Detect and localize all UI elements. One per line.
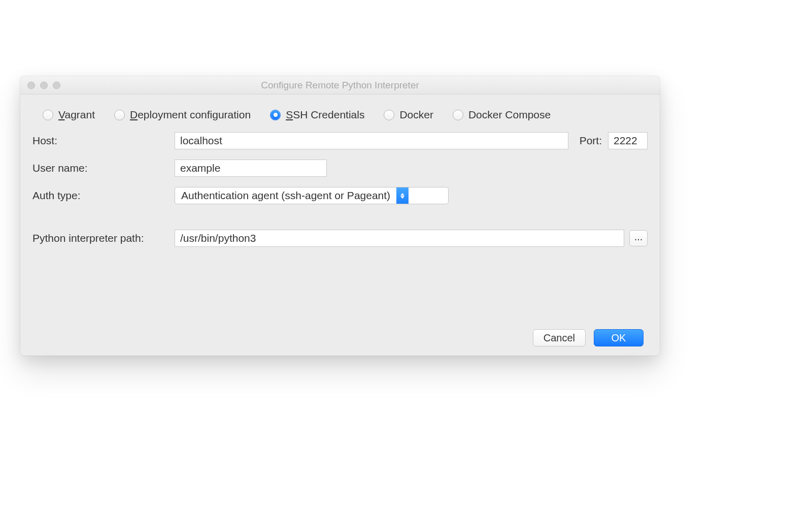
ssh-form: Host: Port: User name: Auth type: Authen… — [32, 132, 648, 247]
radio-vagrant[interactable]: Vagrant — [43, 109, 95, 121]
auth-type-select[interactable]: Authentication agent (ssh-agent or Pagea… — [175, 187, 449, 204]
radio-docker-compose[interactable]: Docker Compose — [453, 109, 551, 121]
radio-deployment[interactable]: Deployment configuration — [114, 109, 251, 121]
dialog-footer: Cancel OK — [32, 321, 648, 356]
auth-type-row: Authentication agent (ssh-agent or Pagea… — [175, 187, 648, 204]
interpreter-path-input[interactable] — [175, 230, 624, 247]
auth-type-value: Authentication agent (ssh-agent or Pagea… — [175, 189, 396, 202]
interpreter-path-row: ... — [175, 230, 648, 247]
dialog-window: Configure Remote Python Interpreter Vagr… — [20, 76, 660, 356]
titlebar: Configure Remote Python Interpreter — [20, 76, 660, 94]
chevrons-up-down-icon — [396, 187, 409, 204]
username-row — [175, 160, 648, 177]
radio-icon — [43, 110, 53, 120]
auth-type-label: Auth type: — [32, 189, 175, 202]
radio-icon — [114, 110, 125, 120]
radio-icon — [270, 110, 281, 120]
port-input[interactable] — [608, 132, 648, 149]
radio-ssh-credentials[interactable]: SSH Credentials — [270, 109, 364, 121]
radio-icon — [384, 110, 394, 120]
host-input[interactable] — [175, 132, 568, 149]
username-input[interactable] — [175, 160, 327, 177]
zoom-icon[interactable] — [53, 81, 60, 89]
radio-icon — [453, 110, 463, 120]
port-label: Port: — [580, 135, 602, 147]
minimize-icon[interactable] — [40, 81, 48, 89]
close-icon[interactable] — [27, 81, 35, 89]
username-label: User name: — [32, 162, 175, 174]
radio-docker[interactable]: Docker — [384, 109, 433, 121]
interpreter-type-radios: Vagrant Deployment configuration SSH Cre… — [32, 107, 648, 132]
host-label: Host: — [32, 135, 175, 147]
browse-button[interactable]: ... — [629, 230, 648, 246]
window-controls — [27, 81, 60, 89]
dialog-body: Vagrant Deployment configuration SSH Cre… — [20, 94, 660, 356]
window-title: Configure Remote Python Interpreter — [20, 80, 660, 91]
cancel-button[interactable]: Cancel — [533, 329, 586, 346]
ok-button[interactable]: OK — [594, 329, 644, 346]
host-row: Port: — [175, 132, 648, 149]
interpreter-path-label: Python interpreter path: — [32, 232, 175, 244]
